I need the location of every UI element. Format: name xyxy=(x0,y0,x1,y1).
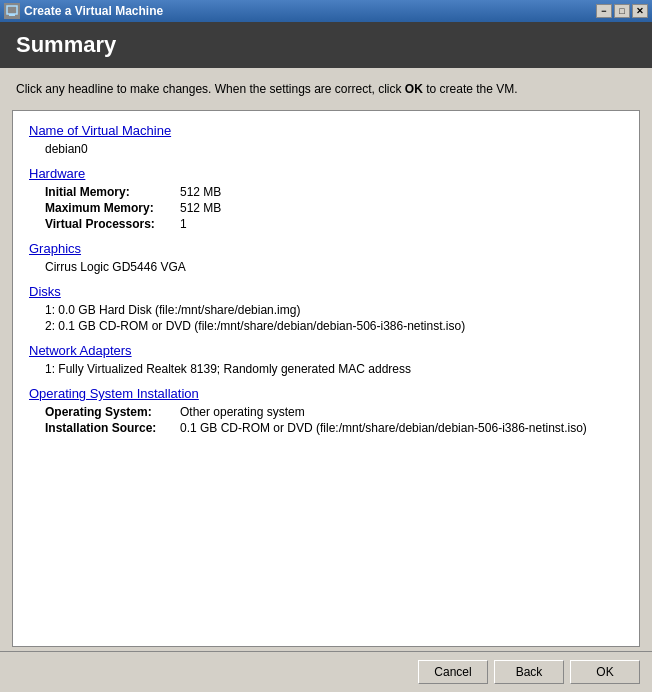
processors-value: 1 xyxy=(180,217,187,231)
disks-section: Disks 1: 0.0 GB Hard Disk (file:/mnt/sha… xyxy=(29,284,623,333)
os-label: Operating System: xyxy=(45,405,180,419)
hardware-section-title[interactable]: Hardware xyxy=(29,166,623,181)
graphics-section: Graphics Cirrus Logic GD5446 VGA xyxy=(29,241,623,274)
titlebar-controls: − □ ✕ xyxy=(596,4,648,18)
processors-label: Virtual Processors: xyxy=(45,217,180,231)
os-install-section-title[interactable]: Operating System Installation xyxy=(29,386,623,401)
network-value: 1: Fully Virtualized Realtek 8139; Rando… xyxy=(45,362,623,376)
cancel-button[interactable]: Cancel xyxy=(418,660,488,684)
ok-button[interactable]: OK xyxy=(570,660,640,684)
graphics-section-title[interactable]: Graphics xyxy=(29,241,623,256)
maximize-button[interactable]: □ xyxy=(614,4,630,18)
minimize-button[interactable]: − xyxy=(596,4,612,18)
max-memory-label: Maximum Memory: xyxy=(45,201,180,215)
footer: Cancel Back OK xyxy=(0,651,652,692)
network-section-title[interactable]: Network Adapters xyxy=(29,343,623,358)
page-title: Summary xyxy=(16,32,116,57)
close-button[interactable]: ✕ xyxy=(632,4,648,18)
page-header: Summary xyxy=(0,22,652,68)
name-section-title[interactable]: Name of Virtual Machine xyxy=(29,123,623,138)
main-window: Summary Click any headline to make chang… xyxy=(0,22,652,692)
graphics-value: Cirrus Logic GD5446 VGA xyxy=(45,260,623,274)
hardware-section: Hardware Initial Memory: 512 MB Maximum … xyxy=(29,166,623,231)
source-row: Installation Source: 0.1 GB CD-ROM or DV… xyxy=(45,421,623,435)
disk-item-2: 2: 0.1 GB CD-ROM or DVD (file:/mnt/share… xyxy=(45,319,623,333)
initial-memory-row: Initial Memory: 512 MB xyxy=(45,185,623,199)
disk-item-1: 1: 0.0 GB Hard Disk (file:/mnt/share/deb… xyxy=(45,303,623,317)
vm-name-value: debian0 xyxy=(45,142,623,156)
max-memory-value: 512 MB xyxy=(180,201,221,215)
desc-part2: to create the VM. xyxy=(423,82,518,96)
summary-box: Name of Virtual Machine debian0 Hardware… xyxy=(12,110,640,647)
source-label: Installation Source: xyxy=(45,421,180,435)
desc-ok-bold: OK xyxy=(405,82,423,96)
max-memory-row: Maximum Memory: 512 MB xyxy=(45,201,623,215)
titlebar-title: Create a Virtual Machine xyxy=(24,4,163,18)
os-install-section: Operating System Installation Operating … xyxy=(29,386,623,435)
svg-rect-1 xyxy=(9,14,15,16)
initial-memory-value: 512 MB xyxy=(180,185,221,199)
os-row: Operating System: Other operating system xyxy=(45,405,623,419)
os-value: Other operating system xyxy=(180,405,305,419)
description-text: Click any headline to make changes. When… xyxy=(0,68,652,106)
back-button[interactable]: Back xyxy=(494,660,564,684)
processors-row: Virtual Processors: 1 xyxy=(45,217,623,231)
desc-part1: Click any headline to make changes. When… xyxy=(16,82,405,96)
titlebar: Create a Virtual Machine − □ ✕ xyxy=(0,0,652,22)
disks-section-title[interactable]: Disks xyxy=(29,284,623,299)
network-section: Network Adapters 1: Fully Virtualized Re… xyxy=(29,343,623,376)
name-section: Name of Virtual Machine debian0 xyxy=(29,123,623,156)
svg-rect-0 xyxy=(7,6,17,14)
titlebar-left: Create a Virtual Machine xyxy=(4,3,163,19)
app-icon xyxy=(4,3,20,19)
initial-memory-label: Initial Memory: xyxy=(45,185,180,199)
content-area: Name of Virtual Machine debian0 Hardware… xyxy=(0,106,652,651)
source-value: 0.1 GB CD-ROM or DVD (file:/mnt/share/de… xyxy=(180,421,587,435)
